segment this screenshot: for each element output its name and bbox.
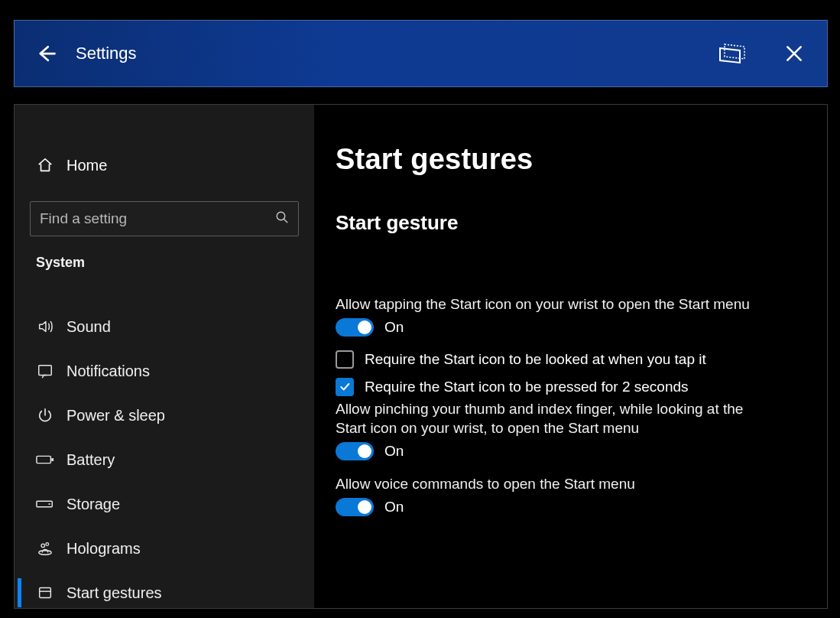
toggle-knob [358, 320, 371, 334]
sidebar-item-label: Notifications [66, 363, 150, 380]
sound-icon [34, 318, 56, 335]
sidebar-item-sound[interactable]: Sound [15, 304, 314, 349]
sidebar-item-label: Start gestures [66, 584, 162, 602]
checkbox-require-look[interactable]: Require the Start icon to be looked at w… [336, 350, 804, 369]
sidebar-item-label: Sound [66, 318, 111, 336]
setting-pinch: Allow pinching your thumb and index fing… [336, 399, 804, 460]
setting-voice: Allow voice commands to open the Start m… [336, 474, 804, 516]
sidebar: Home System Sound [15, 105, 314, 608]
svg-point-6 [39, 551, 52, 555]
checkbox-icon [336, 350, 354, 369]
setting-label: Allow pinching your thumb and index fing… [336, 399, 764, 437]
back-arrow-icon [34, 42, 57, 65]
checkbox-icon [336, 378, 354, 396]
svg-point-7 [41, 544, 45, 548]
checkbox-label: Require the Start icon to be looked at w… [365, 351, 706, 368]
battery-icon [34, 451, 56, 468]
checkbox-label: Require the Start icon to be pressed for… [365, 379, 689, 395]
sidebar-item-notifications[interactable]: Notifications [15, 349, 314, 393]
setting-tap-wrist: Allow tapping the Start icon on your wri… [336, 294, 804, 396]
svg-point-5 [48, 503, 50, 505]
search-icon [275, 210, 289, 227]
gestures-icon [34, 584, 56, 601]
sidebar-home[interactable]: Home [15, 151, 314, 180]
toggle-state-label: On [384, 443, 404, 460]
sidebar-item-label: Battery [66, 451, 115, 469]
power-icon [34, 407, 56, 424]
window-slab-icon [717, 42, 748, 65]
close-icon [784, 44, 804, 63]
section-title: Start gesture [336, 211, 804, 235]
toggle-pinch[interactable] [336, 442, 374, 460]
toggle-voice[interactable] [336, 498, 374, 516]
sidebar-item-label: Holograms [66, 540, 141, 558]
sidebar-category: System [15, 255, 314, 271]
svg-rect-3 [51, 458, 54, 461]
title-bar: Settings [14, 20, 828, 87]
toggle-state-label: On [384, 319, 404, 336]
page-title: Start gestures [336, 143, 804, 176]
window-title: Settings [76, 44, 717, 63]
sidebar-item-battery[interactable]: Battery [15, 437, 314, 482]
notifications-icon [34, 363, 56, 379]
sidebar-item-label: Power & sleep [66, 407, 165, 424]
sidebar-item-power-sleep[interactable]: Power & sleep [15, 393, 314, 437]
holograms-icon [34, 540, 56, 557]
follow-me-button[interactable] [717, 42, 748, 65]
svg-rect-2 [37, 456, 50, 463]
checkbox-require-press-2s[interactable]: Require the Start icon to be pressed for… [336, 378, 804, 396]
content-pane: Start gestures Start gesture Allow tappi… [314, 105, 827, 608]
setting-label: Allow voice commands to open the Start m… [336, 474, 804, 493]
svg-rect-9 [40, 588, 51, 598]
settings-window: Home System Sound [14, 104, 828, 609]
sidebar-item-label: Storage [66, 496, 120, 513]
toggle-state-label: On [384, 499, 404, 516]
toggle-tap-wrist[interactable] [336, 318, 374, 337]
svg-point-8 [46, 543, 49, 546]
home-icon [34, 157, 56, 174]
toggle-knob [358, 500, 371, 514]
toggle-knob [358, 444, 371, 458]
close-button[interactable] [784, 44, 804, 63]
sidebar-home-label: Home [66, 157, 107, 174]
back-button[interactable] [27, 35, 63, 72]
sidebar-item-start-gestures[interactable]: Start gestures [15, 571, 314, 615]
sidebar-item-storage[interactable]: Storage [15, 482, 314, 526]
sidebar-item-holograms[interactable]: Holograms [15, 526, 314, 571]
svg-rect-1 [39, 366, 52, 376]
search-input[interactable] [40, 210, 275, 227]
storage-icon [34, 496, 56, 512]
search-box[interactable] [30, 201, 299, 236]
setting-label: Allow tapping the Start icon on your wri… [336, 294, 804, 314]
